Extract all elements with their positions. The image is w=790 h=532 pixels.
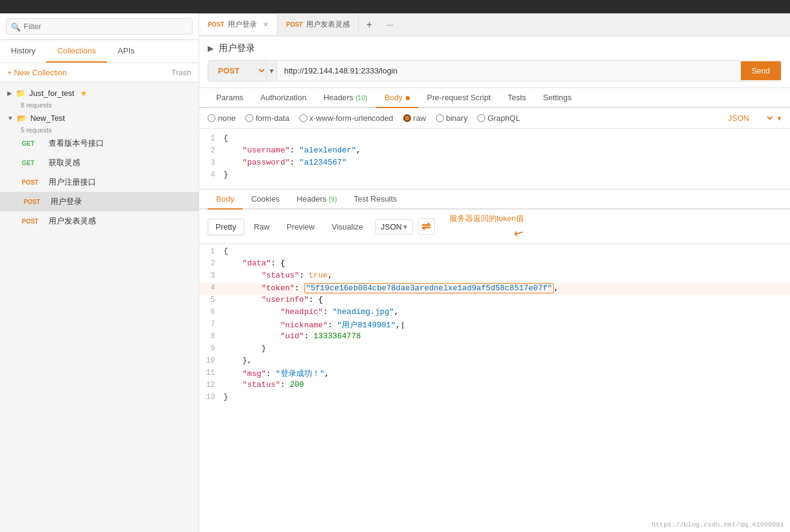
sidebar-tab-history[interactable]: History xyxy=(0,40,46,63)
body-dot-badge xyxy=(406,96,410,100)
tab-method-post-2: POST xyxy=(286,21,302,28)
request-item-post-register[interactable]: POST 用户注册接口 xyxy=(0,172,199,192)
radio-urlencoded-input[interactable] xyxy=(299,114,307,122)
new-collection-button[interactable]: + New Collection xyxy=(7,68,67,77)
resp-lnum-8: 8 xyxy=(199,332,221,344)
send-button[interactable]: Send xyxy=(741,61,781,80)
radio-graphql[interactable]: GraphQL xyxy=(477,114,520,123)
search-icon: 🔍 xyxy=(11,22,21,31)
sidebar-tab-apis[interactable]: APIs xyxy=(107,40,145,63)
more-tabs-button[interactable]: ··· xyxy=(380,15,401,34)
line-content-1: { xyxy=(221,134,790,146)
resp-lcontent-4: "token": "5f19ce16eb084cbe78dae3arednelx… xyxy=(221,283,790,295)
resp-lcontent-1: { xyxy=(221,247,790,259)
resp-json-select-wrapper[interactable]: JSON ▾ xyxy=(375,219,413,234)
resp-lnum-9: 9 xyxy=(199,344,221,356)
resp-tab-headers[interactable]: Headers (9) xyxy=(288,189,346,210)
code-line-1: 1 { xyxy=(199,134,790,146)
radio-binary-input[interactable] xyxy=(436,114,444,122)
line-num-1: 1 xyxy=(199,134,221,146)
resp-line-4: 4 "token": "5f19ce16eb084cbe78dae3aredne… xyxy=(199,283,790,295)
req-tab-pre-request[interactable]: Pre-request Script xyxy=(418,88,499,108)
resp-line-12: 12 "status": 200 xyxy=(199,380,790,392)
add-tab-button[interactable]: + xyxy=(359,15,379,35)
url-input[interactable] xyxy=(277,61,741,80)
request-name-login: 用户登录 xyxy=(50,196,82,207)
resp-tab-test-results[interactable]: Test Results xyxy=(346,189,406,210)
resp-wrap-button[interactable]: ⇌ xyxy=(418,218,435,235)
resp-lnum-6: 6 xyxy=(199,307,221,319)
chevron-right-icon: ▶ xyxy=(7,90,12,97)
resp-line-5: 5 "userinfo": { xyxy=(199,295,790,307)
method-dropdown-icon[interactable]: ▾ xyxy=(267,61,277,80)
request-item-get-version[interactable]: GET 查看版本号接口 xyxy=(0,134,199,153)
collection-new-test-header[interactable]: ▼ 📂 New_Test xyxy=(0,110,199,126)
resp-format-pretty[interactable]: Pretty xyxy=(208,219,244,235)
radio-graphql-input[interactable] xyxy=(477,114,485,122)
code-line-4: 4 } xyxy=(199,170,790,182)
token-value-box: "5f19ce16eb084cbe78dae3arednelxe1ad9af5d… xyxy=(304,283,554,293)
resp-lnum-12: 12 xyxy=(199,380,221,392)
collection-new-test-name: New_Test xyxy=(30,114,65,123)
method-select[interactable]: POST GET PUT DELETE xyxy=(208,61,267,81)
req-tab-settings[interactable]: Settings xyxy=(534,88,580,108)
search-input[interactable] xyxy=(6,18,192,35)
radio-none[interactable]: none xyxy=(208,114,236,123)
line-num-3: 3 xyxy=(199,158,221,170)
line-content-4: } xyxy=(221,170,790,182)
collection-new-test-count: 5 requests xyxy=(13,126,199,134)
request-tab-publish[interactable]: POST 用户发表灵感 xyxy=(278,15,359,35)
radio-raw-input[interactable] xyxy=(403,114,411,122)
request-subtabs: Params Authorization Headers (10) Body P… xyxy=(199,88,790,108)
resp-format-preview[interactable]: Preview xyxy=(279,219,322,234)
collection-list: ▶ 📁 Just_for_test ★ 8 requests ▼ 📂 New_T… xyxy=(0,83,199,532)
request-name-register: 用户注册接口 xyxy=(49,177,96,188)
request-tab-login[interactable]: POST 用户登录 ✕ xyxy=(199,15,278,35)
req-tab-params[interactable]: Params xyxy=(208,88,252,108)
radio-binary[interactable]: binary xyxy=(436,114,468,123)
resp-json-dropdown-icon: ▾ xyxy=(403,222,407,231)
collection-just-for-test-header[interactable]: ▶ 📁 Just_for_test ★ xyxy=(0,85,199,101)
resp-line-10: 10 }, xyxy=(199,356,790,368)
resp-lnum-5: 5 xyxy=(199,295,221,307)
req-tab-tests[interactable]: Tests xyxy=(499,88,534,108)
collection-group-new-test: ▼ 📂 New_Test 5 requests GET 查看版本号接口 GET … xyxy=(0,110,199,231)
tab-close-icon[interactable]: ✕ xyxy=(263,21,268,29)
url-bar: POST GET PUT DELETE ▾ Send xyxy=(208,60,781,81)
resp-line-8: 8 "uid": 1333364778 xyxy=(199,332,790,344)
radio-form-data[interactable]: form-data xyxy=(245,114,290,123)
request-body-editor[interactable]: 1 { 2 "username": "alexlender", 3 "passw… xyxy=(199,129,790,189)
resp-format-raw[interactable]: Raw xyxy=(247,219,277,234)
tab-name-publish: 用户发表灵感 xyxy=(306,19,350,30)
resp-lcontent-5: "userinfo": { xyxy=(221,295,790,307)
response-toolbar: Pretty Raw Preview Visualize JSON ▾ ⇌ 服务… xyxy=(199,210,790,244)
request-item-post-login[interactable]: POST 用户登录 xyxy=(0,192,199,211)
response-code-editor: 1 { 2 "data": { 3 "status": true, xyxy=(199,244,790,532)
req-tab-body[interactable]: Body xyxy=(376,88,418,108)
resp-tab-body[interactable]: Body xyxy=(208,189,243,210)
sidebar: 🔍 History Collections APIs + New Collect… xyxy=(0,13,199,532)
expand-request-icon[interactable]: ▶ xyxy=(208,44,214,53)
trash-button[interactable]: Trash xyxy=(171,68,191,77)
resp-line-1: 1 { xyxy=(199,247,790,259)
req-tab-authorization[interactable]: Authorization xyxy=(252,88,315,108)
chevron-down-icon: ▼ xyxy=(7,115,13,121)
right-panel: POST 用户登录 ✕ POST 用户发表灵感 + ··· ▶ 用户登录 POS… xyxy=(199,13,790,532)
req-tab-headers[interactable]: Headers (10) xyxy=(315,88,376,108)
sidebar-tabs: History Collections APIs xyxy=(0,40,199,63)
code-line-3: 3 "password": "a1234567" xyxy=(199,158,790,170)
json-format-select-wrapper: JSON Text JavaScript HTML XML ▾ xyxy=(726,113,781,123)
resp-line-11: 11 "msg": "登录成功！", xyxy=(199,368,790,380)
radio-urlencoded[interactable]: x-www-form-urlencoded xyxy=(299,114,393,123)
top-bar xyxy=(0,0,790,13)
request-item-post-publish[interactable]: POST 用户发表灵感 xyxy=(0,211,199,231)
radio-form-data-input[interactable] xyxy=(245,114,253,122)
resp-format-visualize[interactable]: Visualize xyxy=(324,219,370,234)
sidebar-tab-collections[interactable]: Collections xyxy=(46,40,107,63)
radio-raw[interactable]: raw xyxy=(403,114,426,123)
json-format-select[interactable]: JSON Text JavaScript HTML XML xyxy=(726,113,775,123)
request-item-get-inspiration[interactable]: GET 获取灵感 xyxy=(0,153,199,172)
radio-none-input[interactable] xyxy=(208,114,216,122)
resp-tab-cookies[interactable]: Cookies xyxy=(243,189,288,210)
annotation-container: 服务器返回的token值 ↙ xyxy=(449,213,524,240)
